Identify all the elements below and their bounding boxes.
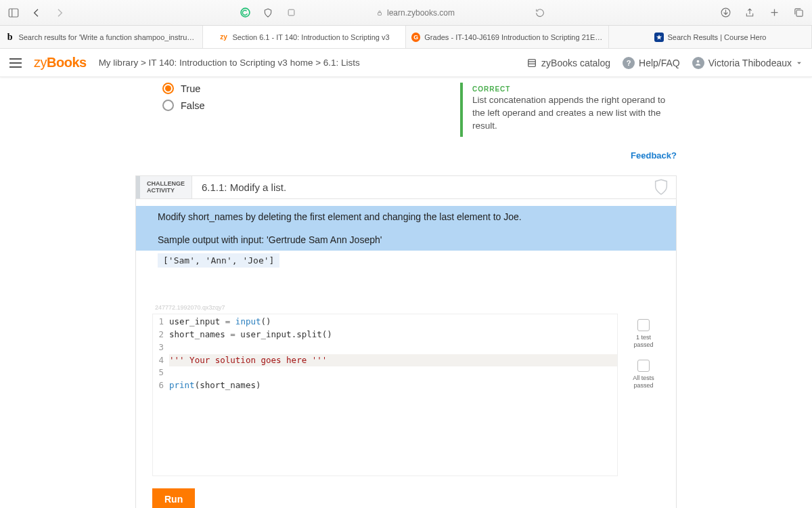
sidebar-toggle-icon[interactable] [5,5,22,21]
explanation-text: List concatenation appends the right ope… [472,94,677,133]
test-checkbox-icon [637,360,650,372]
code-line[interactable]: 1user_input = input() [153,316,617,329]
challenge-title: 6.1.1: Modify a list. [192,176,652,199]
tab-favicon: G [411,33,420,42]
tab-label: Grades - IT-140-J6169 Introduction to Sc… [424,33,603,41]
shield-icon[interactable] [260,5,276,21]
tab-strip: bSearch results for 'Write a function sh… [0,26,812,49]
svg-rect-10 [528,59,536,66]
svg-rect-3 [288,9,294,16]
code-line[interactable]: 3 [153,341,617,354]
previous-question: True False Correct List concatenation ap… [135,77,677,146]
code-editor[interactable]: 1user_input = input()2short_names = user… [152,314,618,476]
challenge-badge: CHALLENGE ACTIVITY [140,176,192,199]
svg-rect-4 [378,12,381,15]
share-icon[interactable] [742,5,758,21]
code-line[interactable]: 6print(short_names) [153,379,617,392]
radio-icon [162,83,174,94]
tab-label: Search Results | Course Hero [668,33,767,41]
url-bar[interactable]: learn.zybooks.com [306,4,525,22]
tab-favicon: ★ [654,33,664,42]
radio-icon [162,100,174,111]
code-line[interactable]: 2short_names = user_input.split() [153,329,617,341]
grammarly-icon[interactable] [237,5,253,21]
svg-point-13 [697,60,700,63]
test-label: All testspassed [627,375,660,389]
user-icon [692,57,704,69]
catalog-link[interactable]: zyBooks catalog [526,58,610,68]
breadcrumb[interactable]: My library > IT 140: Introduction to Scr… [99,58,360,68]
radio-false[interactable]: False [162,100,204,111]
tab-label: Section 6.1 - IT 140: Introduction to Sc… [232,33,389,41]
browser-tab[interactable]: bSearch results for 'Write a function sh… [0,26,203,48]
forward-icon[interactable] [51,5,68,21]
chevron-down-icon [796,60,803,66]
help-icon: ? [623,57,635,69]
app-header: zyBooks My library > IT 140: Introductio… [0,49,812,77]
zybooks-logo[interactable]: zyBooks [34,55,87,70]
browser-tab[interactable]: GGrades - IT-140-J6169 Introduction to S… [406,26,609,48]
url-host: learn.zybooks.com [387,8,455,18]
challenge-prompt: Modify short_names by deleting the first… [136,206,676,251]
new-tab-icon[interactable] [766,5,782,21]
tabs-icon[interactable] [790,5,807,21]
download-icon[interactable] [717,5,734,21]
user-menu[interactable]: Victoria Thibodeaux [692,57,803,69]
tab-label: Search results for 'Write a function sha… [18,33,197,41]
browser-tab[interactable]: zySection 6.1 - IT 140: Introduction to … [203,26,406,48]
progress-shield-icon [652,176,671,199]
help-link[interactable]: ? Help/FAQ [623,57,680,69]
run-button[interactable]: Run [152,488,195,508]
svg-marker-14 [797,62,801,64]
back-icon[interactable] [28,5,45,21]
browser-tab[interactable]: ★Search Results | Course Hero [609,26,812,48]
test-label: 1 testpassed [627,334,660,349]
test-results: 1 testpassedAll testspassed [627,314,660,476]
browser-toolbar: learn.zybooks.com [0,0,812,26]
tab-favicon: zy [219,33,228,42]
feedback-box: Correct List concatenation appends the r… [460,83,677,137]
watermark: 247772.1992070.qx3zqy7 [152,304,660,311]
extension-icon[interactable] [283,5,299,21]
svg-rect-0 [9,9,18,17]
feedback-link[interactable]: Feedback? [135,146,677,171]
radio-true[interactable]: True [162,83,204,94]
code-line[interactable]: 5 [153,366,617,379]
svg-rect-9 [796,10,802,16]
test-checkbox-icon [637,319,650,331]
tab-favicon: b [5,33,14,42]
correct-label: Correct [472,85,677,93]
challenge-activity: CHALLENGE ACTIVITY 6.1.1: Modify a list.… [135,175,677,508]
sample-output: ['Sam', 'Ann', 'Joe'] [158,253,279,268]
menu-icon[interactable] [9,58,22,68]
reload-icon[interactable] [532,5,548,21]
code-line[interactable]: 4''' Your solution goes here ''' [153,354,617,367]
